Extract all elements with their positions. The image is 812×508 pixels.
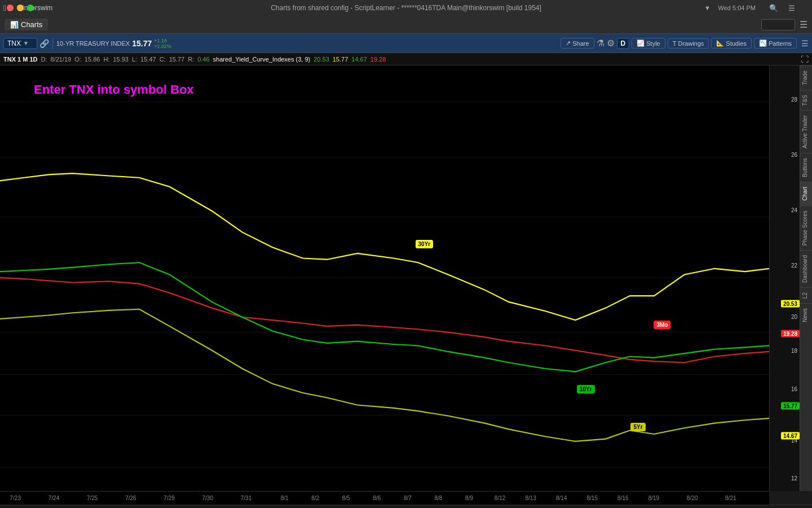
date-821: 8/21 <box>725 495 736 501</box>
close-label: C: <box>160 56 166 63</box>
minimize-button[interactable] <box>17 5 24 11</box>
price-24: 24 <box>791 207 800 213</box>
price-22: 22 <box>791 262 800 269</box>
date-813: 8/13 <box>525 495 536 501</box>
date-87: 8/7 <box>404 495 412 501</box>
price-18: 18 <box>791 348 800 354</box>
date-86: 8/6 <box>373 495 381 501</box>
symbol-dropdown-arrow[interactable]: ▼ <box>23 40 29 46</box>
date-819: 8/19 <box>648 495 659 501</box>
high-value: 15.93 <box>113 56 129 63</box>
window-title: Charts from shared config - ScriptLearne… <box>271 4 541 12</box>
share-icon: ↗ <box>566 40 571 47</box>
label-5yr: 5Yr <box>630 423 645 431</box>
share-button[interactable]: ↗ Share <box>561 38 594 49</box>
price-scale: 20.53 19.28 15.77 14.67 28 26 24 22 20 1… <box>769 65 800 491</box>
layout-button[interactable] <box>761 19 795 30</box>
close-button[interactable] <box>7 5 14 11</box>
chart-toolbar: TNX ▼ 🔗 10-YR TREASURY INDEX 15.77 +1.16… <box>0 34 812 53</box>
period-button[interactable]: D <box>617 38 630 49</box>
symbol-timeframe: TNX 1 M 1D <box>3 56 38 63</box>
open-value: 15.86 <box>85 56 100 63</box>
window-controls <box>7 5 34 11</box>
charts-tab-label: Charts <box>21 20 42 29</box>
search-icon[interactable]: 🔍 <box>769 4 778 12</box>
patterns-icon: 📉 <box>759 40 767 47</box>
date-729: 7/29 <box>164 495 174 501</box>
chart-svg <box>0 65 769 491</box>
studies-button[interactable]: 📐 Studies <box>711 38 752 49</box>
charts-tab[interactable]: 📊 Charts <box>5 19 48 30</box>
menu-bars-icon[interactable]: ☰ <box>800 19 807 30</box>
study-v4: 19.28 <box>370 56 386 63</box>
studies-icon: 📐 <box>716 40 724 47</box>
date-725: 7/25 <box>87 495 98 501</box>
drawings-icon: T <box>673 40 677 47</box>
study-v2: 15.77 <box>333 56 348 63</box>
right-tab-l2[interactable]: L2 <box>800 287 813 303</box>
range-value: 0.46 <box>197 56 209 63</box>
low-label: L: <box>132 56 137 63</box>
price-16: 16 <box>791 386 800 392</box>
chart-area[interactable]: Enter TNX into symbol Box 30Yr 3Mo 1 <box>0 65 769 491</box>
date-815: 8/15 <box>587 495 598 501</box>
symbol-box[interactable]: TNX ▼ <box>3 38 37 49</box>
label-30yr: 30Yr <box>416 240 434 248</box>
style-button[interactable]: 📈 Style <box>632 38 665 49</box>
date-81: 8/1 <box>281 495 289 501</box>
study-v3: 14.67 <box>351 56 367 63</box>
flask-icon[interactable]: ⚗ <box>597 38 604 49</box>
date-89: 8/9 <box>465 495 473 501</box>
style-icon: 📈 <box>637 40 645 47</box>
close-value: 15.77 <box>169 56 185 63</box>
menu-icon[interactable]: ☰ <box>788 4 795 12</box>
label-10yr: 10Yr <box>577 385 595 393</box>
high-label: H: <box>103 56 109 63</box>
clock: Wed 5:04 PM <box>718 5 756 11</box>
apple-icon:  <box>3 3 6 12</box>
right-tab-trade[interactable]: Trade <box>800 65 813 90</box>
price-12: 12 <box>791 475 800 481</box>
date-820: 8/20 <box>687 495 698 501</box>
date-88: 8/8 <box>435 495 443 501</box>
x-axis <box>0 478 769 491</box>
right-tab-dashboard[interactable]: Dashboard <box>800 250 813 287</box>
patterns-button[interactable]: 📉 Patterns <box>754 38 797 49</box>
label-3mo: 3Mo <box>654 321 670 329</box>
right-tab-active-trader[interactable]: Active Trader <box>800 110 813 153</box>
current-price: 15.77 <box>132 39 152 48</box>
drawings-button[interactable]: T Drawings <box>668 38 709 49</box>
date-814: 8/14 <box>556 495 567 501</box>
price-26: 26 <box>791 152 800 158</box>
right-tab-chart[interactable]: Chart <box>800 182 813 205</box>
date-816: 8/16 <box>617 495 628 501</box>
date-730: 7/30 <box>202 495 213 501</box>
badge-1577: 15.77 <box>781 402 800 410</box>
main-area: Enter TNX into symbol Box 30Yr 3Mo 1 <box>0 65 812 491</box>
price-20: 20 <box>791 313 800 319</box>
more-options-icon[interactable]: ☰ <box>801 39 809 48</box>
low-value: 15.47 <box>140 56 156 63</box>
share-label: Share <box>572 40 589 47</box>
right-tab-ts[interactable]: T&S <box>800 90 813 110</box>
right-tab-phase-scores[interactable]: Phase Scores <box>800 205 813 250</box>
right-tab-buttons[interactable]: Buttons <box>800 153 813 182</box>
date-label: D: <box>41 56 47 63</box>
app-toolbar: 📊 Charts ☰ <box>0 16 812 34</box>
study-name: shared_Yield_Curve_Indexes (3, 9) <box>213 56 311 63</box>
badge-1928: 19.28 <box>781 330 800 338</box>
link-icon[interactable]: 🔗 <box>39 39 49 48</box>
range-label: R: <box>188 56 194 63</box>
date-731: 7/31 <box>241 495 251 501</box>
right-tab-news[interactable]: News <box>800 303 813 327</box>
maximize-button[interactable] <box>27 5 34 11</box>
charts-bar-icon: 📊 <box>10 21 19 29</box>
separator <box>52 38 53 49</box>
expand-icon[interactable]: ⛶ <box>801 55 809 64</box>
bottom-bar: ◀ ▶ ▶▶ ◉ ⊕ T Shared drawings ? <box>0 505 812 508</box>
gear-icon[interactable]: ⚙ <box>607 38 615 49</box>
x-axis-bar: 7/23 7/24 7/25 7/26 7/29 7/30 7/31 8/1 8… <box>0 491 769 505</box>
price-14: 14 <box>791 437 800 443</box>
symbol-name: 10-YR TREASURY INDEX <box>56 40 130 47</box>
title-bar:  thinkorswim Charts from shared config … <box>0 0 812 16</box>
